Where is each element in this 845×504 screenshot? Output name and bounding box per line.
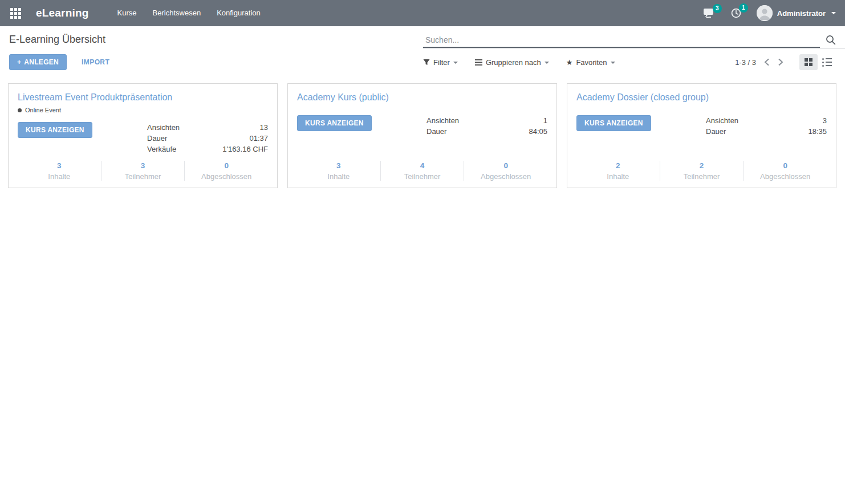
course-card-footer: 3 Inhalte 3 Teilnehmer 0 Abgeschlossen <box>18 157 268 184</box>
stat-label: Verkäufe <box>147 144 176 155</box>
groupby-dropdown[interactable]: Gruppieren nach <box>475 58 549 67</box>
contents-stat[interactable]: 3 Inhalte <box>297 161 380 181</box>
import-button[interactable]: IMPORT <box>78 58 113 67</box>
control-panel-bottom: + ANLEGEN IMPORT Filter <box>0 49 845 70</box>
main-menu: Kurse Berichtswesen Konfiguration <box>109 0 269 26</box>
caret-down-icon <box>611 62 615 64</box>
stat-row: Dauer 18:35 <box>706 126 827 137</box>
stat-caption: Inhalte <box>18 172 101 181</box>
apps-grid-icon[interactable] <box>10 8 21 19</box>
course-tag-label: Online Event <box>25 107 61 113</box>
view-course-button[interactable]: KURS ANZEIGEN <box>297 115 372 131</box>
navbar-systray: 3 1 <box>703 5 836 21</box>
page-title: E-Learning Übersicht <box>9 34 105 49</box>
stat-number: 3 <box>18 161 101 170</box>
course-card: Academy Dossier (closed group) KURS ANZE… <box>567 83 836 188</box>
funnel-icon <box>423 59 430 66</box>
stat-row: Dauer 84:05 <box>426 126 547 137</box>
search-icon[interactable] <box>826 35 836 45</box>
user-menu[interactable]: Administrator <box>757 5 836 21</box>
caret-down-icon <box>831 12 836 14</box>
messages-badge: 3 <box>713 4 722 13</box>
stat-number: 2 <box>660 161 744 170</box>
stat-number: 3 <box>297 161 380 170</box>
attendees-stat[interactable]: 3 Teilnehmer <box>101 161 185 181</box>
stat-number: 2 <box>576 161 660 170</box>
attendees-stat[interactable]: 2 Teilnehmer <box>660 161 744 181</box>
course-title[interactable]: Academy Kurs (public) <box>297 91 547 103</box>
stat-value: 13 <box>260 122 268 133</box>
create-button[interactable]: + ANLEGEN <box>9 54 67 70</box>
filter-dropdown[interactable]: Filter <box>423 58 458 67</box>
search-input[interactable] <box>423 32 820 48</box>
finished-stat[interactable]: 0 Abgeschlossen <box>184 161 268 181</box>
finished-stat[interactable]: 0 Abgeschlossen <box>743 161 827 181</box>
list-view-button[interactable] <box>818 54 836 70</box>
course-title[interactable]: Livestream Event Produktpräsentation <box>18 91 268 103</box>
stat-caption: Abgeschlossen <box>744 172 827 181</box>
course-card-body: KURS ANZEIGEN Ansichten 3 Dauer 18:35 <box>576 115 827 137</box>
menu-konfiguration[interactable]: Konfiguration <box>209 0 269 26</box>
course-card: Academy Kurs (public) KURS ANZEIGEN Ansi… <box>287 83 557 188</box>
course-card-body: KURS ANZEIGEN Ansichten 13 Dauer 01:37 V… <box>18 122 268 155</box>
star-icon: ★ <box>566 58 573 67</box>
stat-label: Ansichten <box>147 122 180 133</box>
control-panel-top: E-Learning Übersicht <box>0 26 845 49</box>
app-brand[interactable]: eLearning <box>36 7 89 19</box>
messages-button[interactable]: 3 <box>703 8 716 18</box>
favorites-label: Favoriten <box>576 58 607 67</box>
groupby-label: Gruppieren nach <box>486 58 541 67</box>
stat-label: Dauer <box>147 133 167 144</box>
attendees-stat[interactable]: 4 Teilnehmer <box>380 161 464 181</box>
stat-caption: Inhalte <box>576 172 660 181</box>
stat-caption: Abgeschlossen <box>464 172 547 181</box>
search-options: Filter Gruppieren nach ★ Favoriten <box>423 54 836 70</box>
contents-stat[interactable]: 2 Inhalte <box>576 161 660 181</box>
activities-button[interactable]: 1 <box>730 7 742 19</box>
course-title[interactable]: Academy Dossier (closed group) <box>576 91 827 103</box>
pager-next-button[interactable] <box>778 58 783 66</box>
bars-icon <box>475 59 482 66</box>
user-name: Administrator <box>777 9 826 18</box>
course-card-body: KURS ANZEIGEN Ansichten 1 Dauer 84:05 <box>297 115 547 137</box>
course-stats: Ansichten 3 Dauer 18:35 <box>706 115 827 137</box>
contents-stat[interactable]: 3 Inhalte <box>18 161 101 181</box>
filter-label: Filter <box>433 58 450 67</box>
kanban-view-button[interactable] <box>799 54 818 70</box>
stat-number: 0 <box>185 161 268 170</box>
stat-value: 84:05 <box>529 126 547 137</box>
view-switcher <box>799 54 836 70</box>
stat-value: 18:35 <box>808 126 827 137</box>
view-course-button[interactable]: KURS ANZEIGEN <box>576 115 651 131</box>
caret-down-icon <box>453 62 458 64</box>
stat-value: 1 <box>543 115 547 126</box>
stat-row: Ansichten 13 <box>147 122 268 133</box>
search-area <box>423 32 845 49</box>
favorites-dropdown[interactable]: ★ Favoriten <box>566 58 615 67</box>
avatar <box>757 5 773 21</box>
stat-row: Verkäufe 1'163.16 CHF <box>147 144 268 155</box>
pager-previous-button[interactable] <box>764 58 770 66</box>
menu-berichtswesen[interactable]: Berichtswesen <box>145 0 209 26</box>
stat-label: Ansichten <box>426 115 459 126</box>
finished-stat[interactable]: 0 Abgeschlossen <box>464 161 547 181</box>
elearning-dashboard: eLearning Kurse Berichtswesen Konfigurat… <box>0 0 845 504</box>
list-view-icon <box>822 58 832 67</box>
stat-caption: Inhalte <box>297 172 380 181</box>
course-tag: Online Event <box>18 107 268 113</box>
stat-caption: Teilnehmer <box>660 172 744 181</box>
course-kanban: Livestream Event Produktpräsentation Onl… <box>0 70 845 188</box>
stat-value: 3 <box>823 115 827 126</box>
top-navbar: eLearning Kurse Berichtswesen Konfigurat… <box>0 0 845 26</box>
view-course-button[interactable]: KURS ANZEIGEN <box>18 122 92 138</box>
course-stats: Ansichten 1 Dauer 84:05 <box>426 115 547 137</box>
course-card: Livestream Event Produktpräsentation Onl… <box>8 83 278 188</box>
create-button-label: ANLEGEN <box>24 58 59 66</box>
menu-kurse[interactable]: Kurse <box>109 0 145 26</box>
stat-row: Ansichten 1 <box>426 115 547 126</box>
stat-number: 0 <box>744 161 827 170</box>
stat-number: 3 <box>101 161 185 170</box>
pager-range: 1-3 / 3 <box>735 58 756 67</box>
stat-caption: Teilnehmer <box>381 172 464 181</box>
stat-number: 4 <box>381 161 464 170</box>
